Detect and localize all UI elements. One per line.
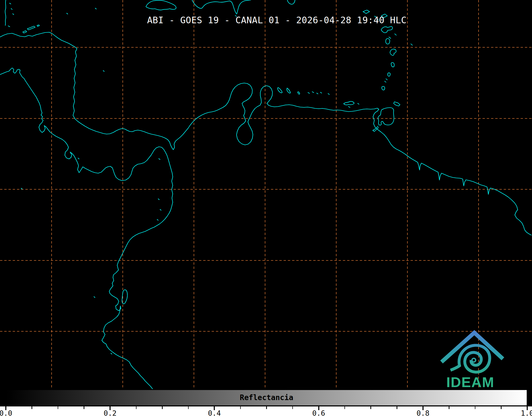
- coastline: [395, 34, 396, 35]
- colorbar-minor-tick: [58, 406, 58, 409]
- colorbar-tick-label: 0.2: [98, 410, 122, 417]
- colorbar-label: Reflectancia: [6, 390, 527, 405]
- colorbar-minor-tick: [292, 406, 293, 409]
- logo-mountain-icon: [442, 333, 503, 362]
- coastline: [328, 94, 329, 94]
- coastline: [308, 93, 310, 93]
- coastline: [378, 108, 394, 125]
- colorbar-tick-label: 0.6: [307, 410, 331, 417]
- coastline: [157, 219, 158, 220]
- coastline: [146, 0, 176, 10]
- coastline: [0, 68, 173, 391]
- colorbar-minor-tick: [397, 406, 397, 409]
- coastline: [27, 26, 35, 30]
- coastline: [386, 79, 387, 80]
- coastline: [388, 73, 390, 76]
- colorbar-minor-tick: [449, 406, 449, 409]
- colorbar-minor-tick: [475, 406, 476, 409]
- colorbar-tick-label: 0.8: [411, 410, 435, 417]
- colorbar-minor-tick: [162, 406, 163, 409]
- coastline: [192, 0, 251, 14]
- coastline: [386, 39, 390, 44]
- colorbar-minor-tick: [344, 406, 345, 409]
- coastline: [391, 63, 394, 67]
- map-svg: IDEAM: [0, 0, 532, 406]
- coastline: [382, 86, 385, 90]
- coastline: [381, 26, 393, 33]
- colorbar-minor-tick: [136, 406, 137, 409]
- colorbar-tick-label: 0.0: [0, 410, 18, 417]
- coastline: [363, 10, 370, 13]
- coastline: [394, 102, 400, 106]
- coastline: [317, 93, 318, 94]
- colorbar-tick-labels: 0.00.20.40.60.81.0: [0, 410, 532, 417]
- colorbar: Reflectancia: [5, 389, 528, 406]
- colorbar-minor-tick: [266, 406, 267, 409]
- coastline: [13, 14, 14, 15]
- colorbar-minor-tick: [240, 406, 241, 409]
- coastline: [11, 8, 12, 10]
- coastlines: [0, 0, 531, 391]
- coastline: [94, 297, 95, 297]
- coastline: [95, 8, 96, 9]
- logo-eye-icon: [472, 358, 476, 362]
- coastline: [103, 71, 104, 71]
- coastline: [159, 159, 160, 159]
- coastline: [298, 92, 300, 94]
- coastline: [158, 199, 159, 200]
- coastline: [389, 37, 391, 38]
- ideam-logo: IDEAM: [442, 333, 503, 390]
- coastline: [0, 32, 531, 235]
- coastline: [287, 0, 295, 4]
- coastline: [278, 88, 282, 93]
- image-title: ABI - GOES 19 - CANAL 01 - 2026-04-28 19…: [147, 16, 407, 25]
- coastline: [385, 81, 386, 82]
- coastline: [312, 92, 314, 93]
- coastline: [390, 49, 396, 56]
- logo-text: IDEAM: [446, 374, 494, 390]
- coastline: [320, 92, 322, 93]
- colorbar-minor-tick: [370, 406, 371, 409]
- coastline: [358, 103, 359, 104]
- coastline: [344, 101, 354, 105]
- colorbar-tick-label: 0.4: [202, 410, 226, 417]
- coastline: [411, 44, 412, 45]
- colorbar-minor-tick: [31, 406, 32, 409]
- coastline: [78, 158, 79, 159]
- coastline: [37, 25, 39, 26]
- coastline: [348, 107, 350, 107]
- colorbar-tick-label: 1.0: [515, 410, 532, 417]
- coastline: [67, 13, 68, 14]
- coastline: [23, 31, 27, 33]
- grid-lines: [0, 0, 532, 389]
- coastline: [373, 126, 379, 131]
- coastline: [287, 88, 290, 93]
- coastline: [21, 188, 22, 189]
- colorbar-minor-tick: [188, 406, 189, 409]
- coastline: [160, 209, 161, 210]
- colorbar-minor-tick: [501, 406, 502, 409]
- colorbar-minor-tick: [84, 406, 84, 409]
- coastline: [8, 26, 10, 27]
- coastline: [111, 353, 112, 354]
- coastline: [5, 0, 6, 25]
- coastline: [10, 3, 11, 4]
- satellite-product-viewport: IDEAM ABI - GOES 19 - CANAL 01 - 2026-04…: [0, 0, 532, 417]
